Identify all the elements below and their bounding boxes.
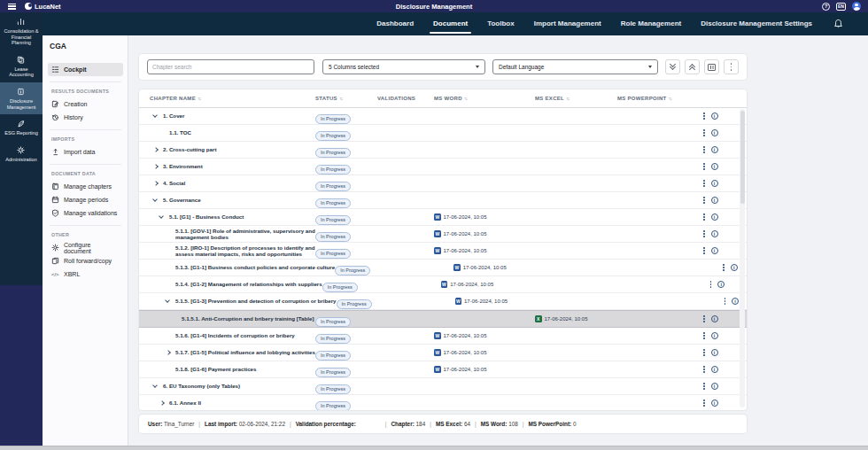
ms-word-date[interactable]: 17-06-2024, 10:05 xyxy=(464,299,508,304)
table-row[interactable]: 6.1. Annex IIIn Progressi xyxy=(139,395,747,411)
chevron-down-icon[interactable] xyxy=(153,115,163,117)
row-menu-icon[interactable] xyxy=(721,262,726,272)
row-menu-icon[interactable] xyxy=(701,128,707,137)
table-row[interactable]: 5.1.1. [GOV-1] Role of administrative, s… xyxy=(139,226,747,243)
info-icon[interactable]: i xyxy=(711,197,718,204)
table-row[interactable]: 5. GovernanceIn Progressi xyxy=(139,192,747,209)
ms-word-date[interactable]: 17-06-2024, 10:05 xyxy=(444,333,487,338)
table-row[interactable]: 5.1.8. [G1-6] Payment practicesIn Progre… xyxy=(139,361,747,378)
help-icon[interactable]: ? xyxy=(822,3,830,11)
rail-item-lease-accounting[interactable]: Lease Accounting xyxy=(0,50,43,82)
ms-word-date[interactable]: 17-06-2024, 10:05 xyxy=(463,265,507,270)
sidebar-item-configure-document[interactable]: Configure document xyxy=(48,241,123,254)
chevron-right-icon[interactable] xyxy=(153,165,163,168)
expand-all-button[interactable] xyxy=(665,59,680,74)
tab-disclosure-management-settings[interactable]: Disclosure Management Settings xyxy=(701,12,812,35)
info-icon[interactable]: i xyxy=(711,332,718,339)
sort-icon[interactable]: ↑↓ xyxy=(339,96,343,101)
table-row[interactable]: 5.1.6. [G1-4] Incidents of corruption or… xyxy=(139,328,747,345)
table-row[interactable]: 5.1.3. [G1-1] Business conduct policies … xyxy=(139,260,747,276)
info-icon[interactable]: i xyxy=(711,349,718,356)
chevron-down-icon[interactable] xyxy=(166,300,175,302)
rail-item-esg-reporting[interactable]: ESG Reporting xyxy=(0,114,43,141)
chevron-right-icon[interactable] xyxy=(166,351,175,354)
info-icon[interactable]: i xyxy=(732,298,739,305)
chevron-down-icon[interactable] xyxy=(159,216,169,218)
row-menu-icon[interactable] xyxy=(701,144,707,154)
row-menu-icon[interactable] xyxy=(701,195,707,205)
sort-icon[interactable]: ↑↓ xyxy=(669,96,672,101)
sidebar-item-manage-periods[interactable]: Manage periods xyxy=(48,193,123,206)
row-menu-icon[interactable] xyxy=(701,245,707,255)
tab-toolbox[interactable]: Toolbox xyxy=(487,12,515,35)
info-icon[interactable]: i xyxy=(711,315,718,322)
columns-select[interactable]: 5 Columns selected xyxy=(322,59,485,74)
table-row[interactable]: 3. EnvironmentIn Progressi xyxy=(139,159,747,175)
column-header-chapter-name[interactable]: CHAPTER NAME↑↓ xyxy=(139,96,315,101)
row-menu-icon[interactable] xyxy=(701,347,707,357)
chevron-right-icon[interactable] xyxy=(153,148,163,151)
rail-item-consolidation-financial-planning[interactable]: Consolidation & Financial Planning xyxy=(0,12,43,50)
sidebar-item-history[interactable]: History xyxy=(48,111,123,124)
info-icon[interactable]: i xyxy=(711,129,718,136)
rail-item-disclosure-management[interactable]: Disclosure Management xyxy=(0,82,43,114)
row-menu-icon[interactable] xyxy=(701,111,707,120)
user-avatar[interactable] xyxy=(852,2,861,11)
table-row[interactable]: 5.1.5.1. Anti-Corruption and bribery tra… xyxy=(139,310,747,328)
row-menu-icon[interactable] xyxy=(701,229,707,238)
collapse-all-button[interactable] xyxy=(685,59,700,74)
sidebar-item-creation[interactable]: Creation xyxy=(48,97,123,111)
sidebar-item-roll-forward-copy[interactable]: Roll forward/copy xyxy=(48,254,123,268)
chevron-down-icon[interactable] xyxy=(153,199,163,201)
column-header-ms-excel[interactable]: MS EXCEL↑↓ xyxy=(535,96,617,101)
row-menu-icon[interactable] xyxy=(701,314,707,323)
sort-icon[interactable]: ↑↓ xyxy=(464,96,468,101)
tab-dashboard[interactable]: Dashboard xyxy=(376,12,414,35)
table-row[interactable]: 5.1.7. [G1-5] Political influence and lo… xyxy=(139,345,747,361)
table-row[interactable]: 1. CoverIn Progressi xyxy=(139,108,747,125)
row-menu-icon[interactable] xyxy=(709,279,714,289)
ms-word-date[interactable]: 17-06-2024, 10:05 xyxy=(450,282,493,287)
info-icon[interactable]: i xyxy=(711,400,718,407)
info-icon[interactable]: i xyxy=(711,247,718,254)
info-icon[interactable]: i xyxy=(711,383,718,390)
ms-word-date[interactable]: 17-06-2024, 10:05 xyxy=(444,248,487,253)
table-row[interactable]: 5.1.5. [G1-3] Prevention and detection o… xyxy=(139,293,747,310)
table-scrollbar[interactable] xyxy=(740,109,745,407)
info-icon[interactable]: i xyxy=(711,213,718,221)
sidebar-item-xbrl[interactable]: </>XBRL xyxy=(48,268,123,281)
chapter-search-input[interactable] xyxy=(147,59,314,74)
language-icon[interactable]: EN xyxy=(836,3,846,11)
table-row[interactable]: 2. Cross-cutting partIn Progressi xyxy=(139,142,747,159)
row-menu-icon[interactable] xyxy=(701,212,707,221)
sort-icon[interactable]: ↑↓ xyxy=(198,96,201,101)
info-icon[interactable]: i xyxy=(711,180,718,187)
column-header-ms-word[interactable]: MS WORD↑↓ xyxy=(434,96,535,101)
sidebar-item-cockpit[interactable]: Cockpit xyxy=(48,63,123,76)
sort-icon[interactable]: ↑↓ xyxy=(566,96,570,101)
chevron-right-icon[interactable] xyxy=(159,401,169,405)
tab-document[interactable]: Document xyxy=(433,12,468,35)
info-icon[interactable]: i xyxy=(711,112,718,120)
column-header-status[interactable]: STATUS↑↓ xyxy=(315,96,377,101)
info-icon[interactable]: i xyxy=(711,163,718,170)
ms-excel-date[interactable]: 17-06-2024, 10:05 xyxy=(545,316,588,322)
table-row[interactable]: 6. EU Taxonomy (only Tables)In Progressi xyxy=(139,378,747,395)
row-menu-icon[interactable] xyxy=(701,178,707,188)
more-options-button[interactable] xyxy=(724,59,739,74)
table-row[interactable]: 5.1. [G1] - Business ConductIn ProgressW… xyxy=(139,209,747,226)
tab-import-management[interactable]: Import Management xyxy=(534,12,601,35)
ms-word-date[interactable]: 17-06-2024, 10:05 xyxy=(444,231,487,237)
row-menu-icon[interactable] xyxy=(701,381,707,391)
ms-word-date[interactable]: 17-06-2024, 10:05 xyxy=(444,214,487,220)
row-menu-icon[interactable] xyxy=(723,296,728,306)
info-icon[interactable]: i xyxy=(711,366,718,373)
row-menu-icon[interactable] xyxy=(701,330,707,340)
ms-word-date[interactable]: 17-06-2024, 10:05 xyxy=(444,350,487,355)
rail-item-administration[interactable]: Administration xyxy=(0,141,43,167)
row-menu-icon[interactable] xyxy=(701,161,707,171)
column-header-ms-powerpoint[interactable]: MS POWERPOINT↑↓ xyxy=(617,96,701,101)
notifications-bell-icon[interactable] xyxy=(833,19,843,29)
sidebar-item-import-data[interactable]: Import data xyxy=(48,145,123,159)
chevron-down-icon[interactable] xyxy=(153,385,163,387)
